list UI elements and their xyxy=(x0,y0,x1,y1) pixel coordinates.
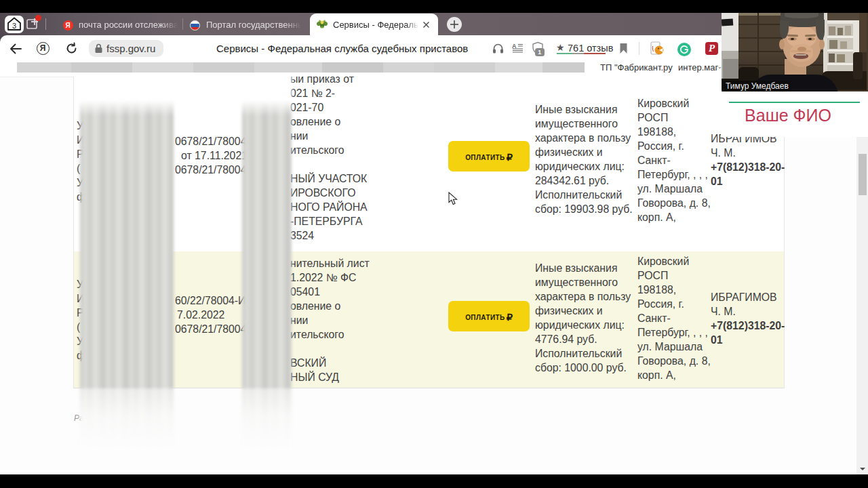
svg-text:3: 3 xyxy=(12,22,16,30)
